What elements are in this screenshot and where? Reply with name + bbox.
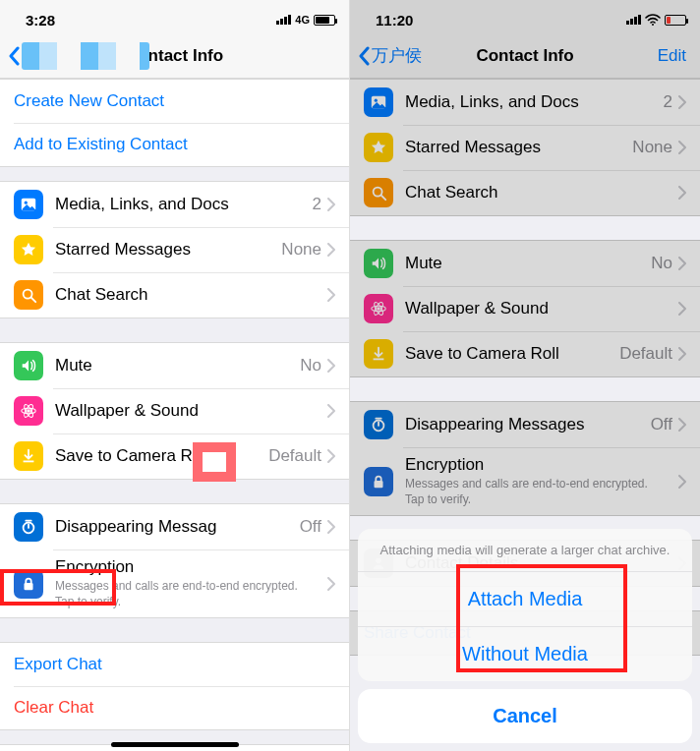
starred-messages[interactable]: Starred Messages None bbox=[0, 227, 349, 272]
battery-icon bbox=[665, 15, 686, 26]
add-existing-contact[interactable]: Add to Existing Contact bbox=[0, 123, 349, 166]
export-chat[interactable]: Export Chat bbox=[0, 643, 349, 686]
star-icon bbox=[14, 235, 43, 264]
network-label: 4G bbox=[295, 14, 310, 26]
star-icon bbox=[364, 133, 393, 162]
lock-icon bbox=[364, 467, 393, 496]
chevron-icon bbox=[678, 95, 686, 109]
chevron-icon bbox=[327, 359, 335, 373]
wallpaper-sound[interactable]: Wallpaper & Sound bbox=[0, 388, 349, 433]
chat-search[interactable]: Chat Search bbox=[350, 170, 700, 215]
nav-title: Contact Info bbox=[476, 46, 573, 66]
timer-icon bbox=[364, 410, 393, 439]
download-icon bbox=[14, 441, 43, 471]
status-bar: 11:20 bbox=[350, 0, 700, 33]
signal-icon bbox=[276, 15, 291, 25]
chevron-icon bbox=[678, 257, 686, 270]
chevron-icon bbox=[327, 577, 335, 591]
annotation-redblock bbox=[193, 442, 236, 482]
back-button[interactable]: 万户侯 bbox=[358, 33, 422, 78]
timer-icon bbox=[14, 512, 43, 542]
lock-icon bbox=[14, 569, 43, 599]
cancel-button[interactable]: Cancel bbox=[358, 689, 692, 743]
atom-icon bbox=[364, 294, 393, 323]
speaker-icon bbox=[364, 249, 393, 278]
starred-messages[interactable]: Starred Messages None bbox=[350, 125, 700, 170]
chevron-icon bbox=[327, 404, 335, 418]
chevron-icon bbox=[327, 449, 335, 463]
download-icon bbox=[364, 339, 393, 369]
save-camera-roll[interactable]: Save to Camera Roll Default bbox=[350, 331, 700, 376]
status-time: 3:28 bbox=[26, 12, 55, 29]
encryption[interactable]: Encryption Messages and calls are end-to… bbox=[350, 447, 700, 515]
back-label: 万户侯 bbox=[372, 44, 422, 67]
without-media-button[interactable]: Without Media bbox=[358, 626, 692, 681]
chat-search[interactable]: Chat Search bbox=[0, 272, 349, 318]
nav-bar: Contact Info bbox=[0, 33, 349, 79]
wifi-icon bbox=[645, 14, 661, 26]
disappearing-messages[interactable]: Disappearing Messages Off bbox=[350, 402, 700, 447]
atom-icon bbox=[14, 396, 43, 426]
mute[interactable]: Mute No bbox=[350, 241, 700, 286]
photo-icon bbox=[14, 190, 43, 219]
search-icon bbox=[14, 280, 43, 310]
chevron-icon bbox=[678, 186, 686, 200]
status-bar: 3:28 4G bbox=[0, 0, 349, 33]
chevron-icon bbox=[327, 243, 335, 257]
home-indicator bbox=[111, 742, 239, 747]
nav-bar: 万户侯 Contact Info Edit bbox=[350, 33, 700, 79]
action-sheet: Attaching media will generate a larger c… bbox=[350, 521, 700, 751]
save-camera-roll[interactable]: Save to Camera Roll Default bbox=[0, 433, 349, 479]
clear-chat[interactable]: Clear Chat bbox=[0, 686, 349, 729]
media-links-docs[interactable]: Media, Links, and Docs 2 bbox=[0, 182, 349, 227]
sheet-note: Attaching media will generate a larger c… bbox=[358, 529, 692, 571]
back-button[interactable] bbox=[8, 33, 149, 78]
create-new-contact[interactable]: Create New Contact bbox=[0, 80, 349, 123]
edit-button[interactable]: Edit bbox=[658, 33, 686, 78]
chevron-icon bbox=[678, 347, 686, 361]
photo-icon bbox=[364, 87, 393, 117]
chevron-icon bbox=[678, 141, 686, 154]
encryption[interactable]: Encryption Messages and calls are end-to… bbox=[0, 549, 349, 617]
chevron-icon bbox=[678, 302, 686, 316]
status-time: 11:20 bbox=[376, 12, 413, 29]
chevron-back-icon bbox=[8, 46, 20, 66]
chevron-back-icon bbox=[358, 46, 370, 66]
battery-icon bbox=[314, 15, 335, 26]
speaker-icon bbox=[14, 351, 43, 380]
chevron-icon bbox=[678, 418, 686, 432]
disappearing-messages[interactable]: Disappearing Messag Off bbox=[0, 504, 349, 549]
attach-media-button[interactable]: Attach Media bbox=[358, 571, 692, 626]
redacted-name bbox=[22, 42, 149, 70]
chevron-icon bbox=[327, 198, 335, 211]
search-icon bbox=[364, 178, 393, 207]
mute[interactable]: Mute No bbox=[0, 343, 349, 388]
chevron-icon bbox=[327, 288, 335, 302]
chevron-icon bbox=[678, 475, 686, 489]
chevron-icon bbox=[327, 520, 335, 534]
signal-icon bbox=[626, 15, 641, 25]
wallpaper-sound[interactable]: Wallpaper & Sound bbox=[350, 286, 700, 331]
media-links-docs[interactable]: Media, Links, and Docs 2 bbox=[350, 80, 700, 125]
